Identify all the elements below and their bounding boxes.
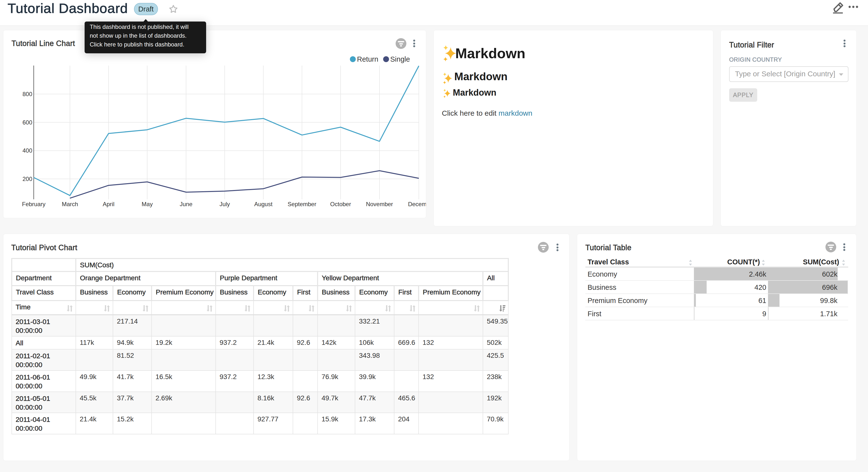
- svg-text:September: September: [287, 201, 316, 207]
- svg-text:August: August: [254, 201, 273, 207]
- svg-text:400: 400: [23, 147, 32, 154]
- svg-text:200: 200: [23, 176, 32, 182]
- svg-text:November: November: [366, 201, 393, 207]
- svg-text:Single: Single: [390, 55, 410, 63]
- svg-text:February: February: [22, 201, 45, 207]
- svg-text:April: April: [103, 201, 115, 207]
- svg-text:June: June: [180, 201, 192, 207]
- svg-text:December: December: [408, 201, 426, 207]
- svg-text:800: 800: [23, 91, 32, 97]
- svg-text:October: October: [330, 201, 351, 207]
- svg-text:July: July: [220, 201, 230, 207]
- svg-text:Return: Return: [357, 55, 378, 63]
- svg-text:March: March: [62, 201, 78, 207]
- svg-text:May: May: [142, 201, 153, 207]
- svg-text:600: 600: [23, 119, 32, 126]
